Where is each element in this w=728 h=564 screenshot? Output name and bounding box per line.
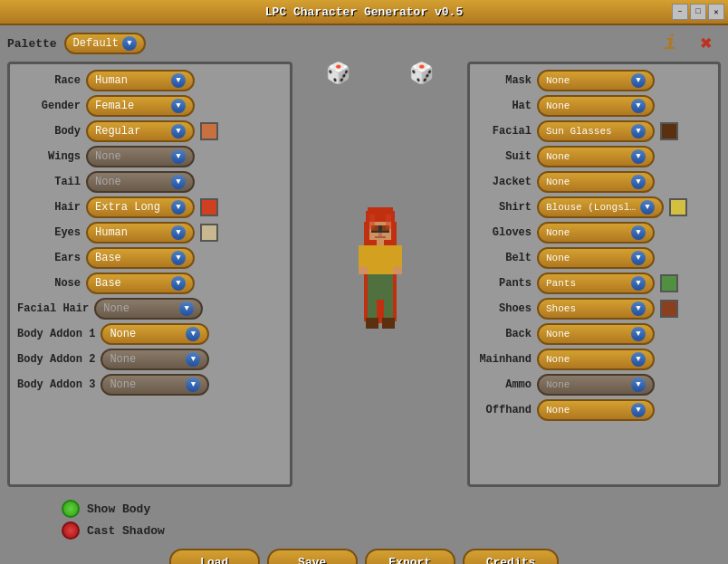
dice-right[interactable]: 🎲 [409,62,435,87]
right-dropdown-suit[interactable]: None▼ [537,146,655,167]
left-row-ears: EarsBase▼ [17,247,283,269]
right-label-10: Back [477,328,532,340]
green-checkbox-icon[interactable] [62,500,80,518]
export-button[interactable]: Export [365,549,455,564]
dropdown-hair[interactable]: Extra Long▼ [86,196,195,218]
right-row-belt: BeltNone▼ [477,247,711,269]
label-7: Ears [17,252,81,264]
svg-rect-22 [369,215,375,229]
color-swatch[interactable] [200,224,218,242]
right-dropdown-jacket[interactable]: None▼ [537,171,655,193]
svg-rect-16 [393,267,402,274]
dropdown-wings: None▼ [86,146,195,167]
arrow-icon: ▼ [631,149,646,164]
right-row-mask: MaskNone▼ [477,70,711,91]
label-10: Body Addon 1 [17,328,95,340]
right-dropdown-shoes[interactable]: Shoes▼ [537,298,655,320]
arrow-icon: ▼ [631,327,646,341]
right-row-suit: SuitNone▼ [477,146,711,167]
arrow-icon: ▼ [631,225,646,240]
right-label-12: Ammo [477,378,532,391]
checkbox-label-0: Show Body [87,502,150,516]
arrow-icon: ▼ [171,225,186,240]
left-row-body-addon-3: Body Addon 3None▼ [17,374,283,396]
right-dropdown-mainhand[interactable]: None▼ [537,349,655,370]
label-4: Tail [17,176,81,188]
info-button[interactable]: i [656,29,685,58]
right-dropdown-offhand[interactable]: None▼ [537,399,655,421]
right-color-swatch[interactable] [660,274,678,292]
right-dropdown-hat[interactable]: None▼ [537,95,655,117]
arrow-icon: ▼ [631,99,646,113]
load-button[interactable]: Load [169,549,260,564]
right-row-gloves: GlovesNone▼ [477,222,711,244]
dropdown-body[interactable]: Regular▼ [86,120,195,142]
color-swatch[interactable] [200,122,218,140]
dropdown-body-addon-3: None▼ [101,374,209,396]
arrow-icon: ▼ [171,251,186,265]
arrow-icon: ▼ [631,276,646,291]
label-6: Eyes [17,226,81,239]
window-controls: – □ ✕ [672,4,724,20]
arrow-icon: ▼ [179,301,194,316]
right-dropdown-belt[interactable]: None▼ [537,247,655,269]
sprite-svg [335,200,426,381]
color-swatch[interactable] [200,198,218,216]
arrow-icon: ▼ [631,301,646,316]
minimize-button[interactable]: – [672,4,688,20]
dropdown-body-addon-1[interactable]: None▼ [101,323,209,345]
right-dropdown-gloves[interactable]: None▼ [537,222,655,244]
arrow-icon: ▼ [186,352,200,367]
save-button[interactable]: Save [267,549,358,564]
dropdown-nose[interactable]: Base▼ [86,272,195,294]
left-row-facial-hair: Facial HairNone▼ [17,298,283,320]
arrow-icon: ▼ [631,251,646,265]
left-row-gender: GenderFemale▼ [17,95,283,117]
red-checkbox-icon[interactable] [62,521,80,540]
main-content: Palette Default ▼ i ✖ RaceHuman▼GenderFe… [0,25,728,564]
right-row-jacket: JacketNone▼ [477,171,711,193]
right-row-shirt: ShirtBlouse (Longsleeve)▼ [477,196,711,218]
label-0: Race [17,74,81,87]
close-icon-button[interactable]: ✖ [692,29,721,58]
label-8: Nose [17,277,81,290]
left-row-race: RaceHuman▼ [17,70,283,91]
right-dropdown-back[interactable]: None▼ [537,323,655,345]
right-color-swatch[interactable] [660,300,678,318]
palette-dropdown[interactable]: Default ▼ [64,33,146,54]
right-color-swatch[interactable] [669,198,687,216]
arrow-icon: ▼ [171,99,186,113]
svg-rect-11 [377,240,384,245]
right-dropdown-shirt[interactable]: Blouse (Longsleeve)▼ [537,196,664,218]
checkbox-row-0: Show Body [62,500,165,518]
bottom-area: Show BodyCast Shadow [7,492,721,540]
right-label-3: Suit [477,150,532,163]
arrow-icon: ▼ [640,200,655,215]
credits-button[interactable]: Credits [463,549,560,564]
palette-arrow-icon: ▼ [122,36,137,51]
arrow-icon: ▼ [171,175,186,189]
dice-left[interactable]: 🎲 [326,62,351,87]
right-dropdown-ammo: None▼ [537,374,655,396]
svg-rect-21 [382,318,395,329]
dropdown-ears[interactable]: Base▼ [86,247,195,269]
close-button[interactable]: ✕ [708,4,724,20]
dropdown-race[interactable]: Human▼ [86,70,195,91]
right-color-swatch[interactable] [660,122,678,140]
dropdown-gender[interactable]: Female▼ [86,95,195,117]
dice-area: 🎲 🎲 [326,62,435,87]
svg-rect-20 [366,318,378,329]
right-dropdown-mask[interactable]: None▼ [537,70,655,91]
arrow-icon: ▼ [631,124,646,139]
right-label-0: Mask [477,74,532,87]
left-row-eyes: EyesHuman▼ [17,222,283,244]
dropdown-eyes[interactable]: Human▼ [86,222,195,244]
right-dropdown-pants[interactable]: Pants▼ [537,272,655,294]
right-dropdown-facial[interactable]: Sun Glasses▼ [537,120,655,142]
right-row-hat: HatNone▼ [477,95,711,117]
right-row-ammo: AmmoNone▼ [477,374,711,396]
left-row-hair: HairExtra Long▼ [17,196,283,218]
checkbox-label-1: Cast Shadow [87,524,165,538]
svg-rect-17 [368,274,393,300]
maximize-button[interactable]: □ [690,4,706,20]
